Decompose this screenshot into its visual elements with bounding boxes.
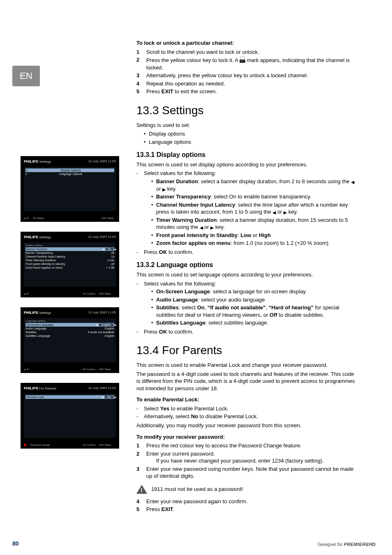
item-label: On-Screen Language: [156, 288, 210, 295]
step-text: Press the red colour key to access the P…: [146, 442, 302, 449]
hint-select: OK Select: [33, 217, 44, 219]
thumb-row: On-screen LanguageEnglish: [25, 323, 114, 327]
bullet-item: Banner Transparency: select On to enable…: [151, 193, 358, 200]
thumb-hints: ▲▼ OK Confirm EXIT Back: [24, 292, 116, 295]
thumb-date: 13 July 2005 11:05: [88, 159, 116, 163]
bullet-item: Zoom factor applies on menu: from 1.0 (n…: [151, 240, 358, 247]
bullet-item: On-Screen Language: select a language fo…: [151, 288, 358, 295]
thumb-title: Settings: [39, 235, 51, 239]
thumb-row-label: Banner Duration: [26, 248, 47, 251]
step-text: Press EXIT to exit the screen.: [146, 88, 217, 95]
step-num: 2: [136, 56, 142, 71]
thumb-for-parents: PHILIPS For Parents 13 July 2005 11:05 D…: [21, 383, 119, 449]
item-label: Banner Transparency: [156, 193, 211, 200]
thumb-row: Timer Warning Duration2 min: [25, 258, 114, 262]
language-tab: EN: [12, 66, 40, 86]
bullet-item: Language options: [144, 138, 358, 146]
step-text: Press the yellow colour key to lock it. …: [146, 56, 358, 71]
step-text: Press EXIT.: [146, 506, 175, 513]
select-lead: Select values for the following:: [144, 170, 216, 176]
triangle-left-icon: ◀: [351, 179, 354, 185]
thumb-row: SubtitlesIf audio not available: [25, 330, 114, 334]
thumb-row-label: Display Options: [60, 169, 81, 172]
item-keys: key.: [287, 209, 298, 215]
item-keys: key.: [166, 186, 177, 192]
thumb-list: 1 Display Options 2 Language Options: [24, 167, 116, 211]
hint-nav: ▲▼: [24, 292, 29, 295]
bullet-item: Subtitles: select On, “If audio not avai…: [151, 304, 358, 318]
item-label: Timer Warning Duration: [156, 217, 217, 223]
item-label: Subtitles: [156, 304, 179, 311]
thumb-row: Zoom factor applies on menu× 1.00: [25, 266, 114, 269]
triangle-right-icon: ▶: [284, 210, 287, 216]
item-or: or: [251, 232, 259, 238]
thumb-row-val: 1s: [111, 255, 114, 258]
thumbnail-column: PHILIPS Settings 13 July 2005 11:05 1 Di…: [21, 156, 119, 458]
item-low: Low: [240, 232, 251, 238]
bullet-item: Banner Duration: select a banner display…: [151, 178, 358, 192]
step-fragment: to exit the screen.: [173, 88, 217, 94]
step-text: Enter your new password using number key…: [146, 465, 358, 480]
thumb-row-label: Banner Transparency: [25, 251, 53, 254]
warning-icon: [136, 485, 147, 494]
triangle-left-icon: ◀: [272, 210, 276, 216]
thumb-row-val: English: [105, 334, 114, 337]
press-ok-pre: Press: [144, 249, 159, 255]
display-items: Banner Duration: select a banner display…: [151, 178, 358, 247]
thumb-row: Audio LanguageEnglish: [25, 327, 114, 330]
settings-bullets: Display options Language options: [144, 130, 358, 145]
brand-footer: Geeignet für PREMIEREHD: [318, 542, 376, 547]
item-keys: key.: [214, 224, 225, 230]
triangle-right-icon: ▶: [210, 225, 214, 231]
hint-back: EXIT Back: [99, 368, 111, 371]
thumb-row-val: English: [99, 323, 113, 326]
step-text: Scroll to the channel you want to lock o…: [146, 48, 259, 56]
item-label: Front panel intensity in Standby: [156, 232, 238, 238]
thumb-row-label: Zoom factor applies on menu: [25, 266, 63, 269]
thumb-row: 2 Language Options: [25, 172, 114, 176]
thumb-row-label: Language Options: [59, 173, 82, 175]
thumb-brand: PHILIPS: [24, 386, 38, 390]
hint-confirm: OK Confirm: [83, 444, 95, 446]
heading-13-3: 13.3 Settings: [136, 103, 358, 118]
hint-back: EXIT Back: [99, 292, 111, 295]
heading-13-4: 13.4 For Parents: [136, 343, 358, 358]
thumb-row-val: 2 min: [107, 259, 114, 262]
enable-2b: to disable Parental Lock.: [198, 413, 258, 419]
thumb-row-val: English: [105, 327, 114, 330]
item-rest: : select On to enable banner transparenc…: [211, 193, 311, 200]
bullet-item: Audio Language: select your audio langua…: [151, 296, 358, 304]
step-text: Repeat this operation as needed.: [146, 80, 225, 88]
enable-list: Select Yes to enable Parental Lock. Alte…: [136, 405, 358, 420]
item-rest: : select a language for on-screen displa…: [210, 288, 306, 295]
item-label: Zoom factor applies on menu: [156, 240, 231, 246]
heading-13-3-2: 13.3.2 Language options: [136, 260, 358, 269]
thumb-row: Front panel intensity in standbyoff: [25, 262, 114, 266]
step-note: If you have never changed your password,…: [156, 457, 324, 465]
step-num: 1: [136, 442, 142, 449]
select-lead: Select values for the following:: [144, 281, 216, 287]
exit-label: EXIT: [161, 506, 173, 512]
settings-lead: Settings is used to set:: [136, 122, 358, 129]
thumb-row: Subtitles LanguageEnglish: [25, 334, 114, 338]
bullet-item: Front panel intensity in Standby: Low or…: [151, 232, 358, 239]
thumb-row-val: × 1.00: [106, 266, 114, 269]
enable-1a: Select: [144, 405, 160, 412]
item-disable: to disable subtitles.: [277, 312, 324, 318]
language-lead: This screen is used to set language opti…: [136, 271, 358, 279]
item-ifana: “If audio not available”: [208, 304, 266, 311]
thumb-brand: PHILIPS: [24, 311, 38, 315]
heading-13-3-1: 13.3.1 Display options: [136, 150, 358, 159]
bullet-item: Timer Warning Duration: select a banner …: [151, 216, 358, 231]
brand-prefix: Geeignet für: [318, 542, 344, 547]
step-fragment: .: [173, 506, 175, 512]
thumb-row-label: Subtitles: [25, 331, 37, 334]
thumb-date: 13 July 2005 11:05: [88, 311, 116, 314]
thumb-row: Banner Duration5s: [25, 247, 114, 251]
warning-text: 1911 must not be used as a password!: [151, 486, 243, 493]
thumb-row: Channel Number Input Latency1s: [25, 255, 114, 258]
item-label: Banner Duration: [156, 178, 198, 184]
thumb-list: Decoder LockNo: [24, 394, 116, 438]
thumb-date: 13 July 2005 11:05: [88, 235, 116, 239]
step-text: Alternatively, press the yellow colour k…: [146, 72, 308, 79]
